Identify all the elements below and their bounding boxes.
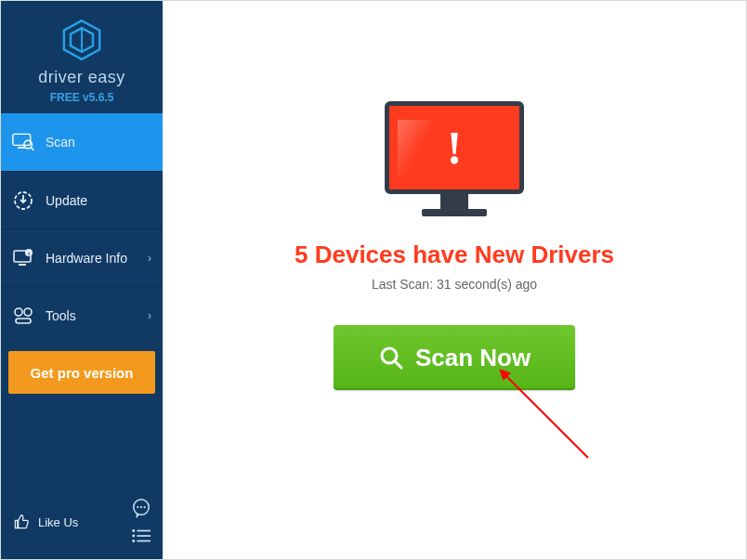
svg-point-23 [132, 535, 135, 538]
sidebar-item-label: Update [46, 193, 87, 208]
scan-result-headline: 5 Devices have New Drivers [295, 241, 614, 269]
scan-now-button[interactable]: Scan Now [334, 325, 575, 390]
last-scan-label: Last Scan: 31 second(s) ago [372, 277, 537, 292]
svg-line-8 [32, 148, 34, 150]
update-icon [12, 189, 34, 212]
brand: driver easy FREE v5.6.5 [1, 1, 163, 113]
svg-point-18 [137, 506, 138, 508]
brand-version: FREE v5.6.5 [50, 91, 114, 104]
feedback-icon[interactable] [131, 498, 151, 518]
like-us-label: Like Us [38, 515, 78, 529]
scan-now-label: Scan Now [415, 344, 531, 372]
svg-point-20 [144, 506, 146, 508]
exclamation-icon: ! [385, 101, 524, 194]
sidebar-item-label: Scan [46, 135, 75, 150]
svg-line-28 [395, 361, 401, 368]
bottom-icon-group [131, 498, 151, 546]
get-pro-button[interactable]: Get pro version [8, 351, 155, 394]
main-panel: ! 5 Devices have New Drivers Last Scan: … [163, 1, 746, 559]
hardware-info-icon: i [12, 247, 34, 269]
chevron-right-icon: › [148, 309, 151, 322]
get-pro-label: Get pro version [31, 365, 134, 381]
svg-point-15 [24, 308, 32, 316]
svg-point-14 [15, 308, 22, 316]
svg-point-21 [132, 529, 135, 532]
svg-point-25 [132, 540, 135, 542]
svg-rect-5 [13, 134, 31, 145]
sidebar-item-tools[interactable]: Tools › [1, 286, 163, 344]
thumbs-up-icon [12, 513, 31, 531]
like-us-button[interactable]: Like Us [12, 513, 78, 531]
logo-icon [59, 18, 104, 62]
svg-rect-16 [16, 319, 31, 323]
alert-monitor-illustration: ! [385, 101, 524, 222]
tools-icon [12, 305, 34, 327]
svg-point-19 [140, 506, 142, 508]
menu-icon[interactable] [131, 526, 151, 546]
chevron-right-icon: › [148, 252, 151, 265]
sidebar-bottom: Like Us [1, 488, 163, 559]
scan-icon [12, 131, 34, 153]
sidebar-item-hardware-info[interactable]: i Hardware Info › [1, 228, 163, 286]
brand-name: driver easy [38, 68, 125, 87]
sidebar-item-scan[interactable]: Scan [1, 113, 163, 171]
sidebar-item-update[interactable]: Update [1, 171, 163, 228]
svg-rect-11 [19, 264, 26, 266]
nav: Scan Update i Hardware Info › [1, 113, 163, 344]
sidebar-item-label: Tools [46, 308, 76, 323]
sidebar-item-label: Hardware Info [46, 251, 127, 266]
sidebar: driver easy FREE v5.6.5 Scan Up [1, 1, 163, 559]
search-icon [378, 345, 404, 371]
